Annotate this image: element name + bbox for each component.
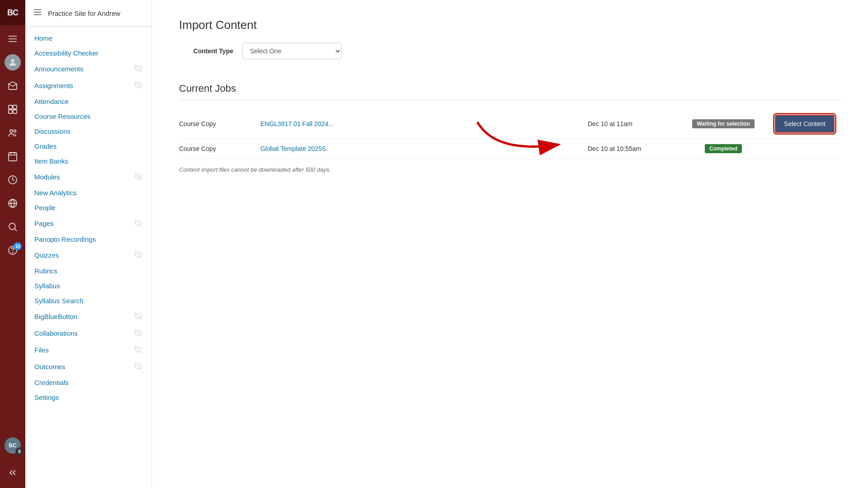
nav-announcements[interactable]: Announcements xyxy=(25,61,151,77)
visibility-icon-outcomes xyxy=(134,362,142,371)
visibility-icon-assignments xyxy=(134,81,142,90)
visibility-icon-modules xyxy=(134,172,142,182)
select-content-button[interactable]: Select Content xyxy=(775,115,835,133)
svg-point-17 xyxy=(9,223,15,230)
svg-rect-10 xyxy=(9,153,17,161)
visibility-icon-pages xyxy=(134,219,142,228)
main-content: Import Content Content Type Select One C… xyxy=(152,0,868,488)
table-row: Course Copy Global Template 2025S Dec 10… xyxy=(179,139,841,159)
sidebar-course-title: Practice Site for Andrew xyxy=(48,9,120,17)
collapse-rail-button[interactable] xyxy=(0,461,25,484)
nav-pages[interactable]: Pages xyxy=(25,215,151,232)
user-badge: 8 xyxy=(15,447,24,455)
history-button[interactable] xyxy=(0,168,25,192)
app-logo: BC xyxy=(0,0,25,25)
nav-new-analytics[interactable]: New Analytics xyxy=(25,185,151,200)
status-badge-completed: Completed xyxy=(705,144,742,153)
sidebar-nav: Home Accessibility Checker Announcements… xyxy=(25,27,151,488)
sidebar: Practice Site for Andrew Home Accessibil… xyxy=(25,0,152,488)
visibility-icon-collab xyxy=(134,328,142,338)
hamburger-menu-button[interactable] xyxy=(0,27,25,51)
job-status-1: Waiting for selection xyxy=(687,119,760,128)
content-type-form-row: Content Type Select One Common Cartridge… xyxy=(179,43,841,59)
current-jobs-title: Current Jobs xyxy=(179,83,841,94)
nav-outcomes[interactable]: Outcomes xyxy=(25,358,151,375)
page-title: Import Content xyxy=(179,18,841,32)
nav-grades[interactable]: Grades xyxy=(25,139,151,154)
user-profile-button[interactable] xyxy=(0,51,25,74)
job-type-2: Course Copy xyxy=(179,145,251,152)
avatar xyxy=(5,54,21,70)
svg-point-20 xyxy=(13,253,13,253)
nav-home[interactable]: Home xyxy=(25,31,151,46)
content-type-select[interactable]: Select One Common Cartridge 1.0/1.1/1.2 … xyxy=(242,43,342,59)
icon-rail: BC 10 BC 8 xyxy=(0,0,25,488)
nav-course-resources[interactable]: Course Resources xyxy=(25,109,151,124)
commons-button[interactable] xyxy=(0,192,25,215)
job-link-2[interactable]: Global Template 2025S xyxy=(260,145,579,152)
section-divider xyxy=(179,100,841,100)
user-avatar-button[interactable]: BC 8 xyxy=(0,434,25,457)
jobs-table: Course Copy ENGL3817.01 Fall 2024... Dec… xyxy=(179,109,841,159)
svg-point-8 xyxy=(10,130,13,132)
sidebar-menu-icon[interactable] xyxy=(33,7,42,19)
nav-bigbluebutton[interactable]: BigBlueButton xyxy=(25,308,151,325)
job-link-1[interactable]: ENGL3817.01 Fall 2024... xyxy=(260,120,579,127)
job-date-1: Dec 10 at 11am xyxy=(588,120,678,127)
nav-syllabus[interactable]: Syllabus xyxy=(25,278,151,293)
search-button[interactable] xyxy=(0,215,25,239)
job-action-1: Select Content xyxy=(769,115,841,133)
table-row: Course Copy ENGL3817.01 Fall 2024... Dec… xyxy=(179,109,841,139)
svg-point-3 xyxy=(11,59,14,62)
svg-rect-4 xyxy=(9,105,12,109)
nav-attendance[interactable]: Attendance xyxy=(25,94,151,109)
nav-settings[interactable]: Settings xyxy=(25,390,151,405)
nav-rubrics[interactable]: Rubrics xyxy=(25,263,151,278)
visibility-icon-bbb xyxy=(134,312,142,321)
content-type-label: Content Type xyxy=(179,47,233,55)
svg-rect-6 xyxy=(9,110,12,113)
courses-button[interactable] xyxy=(0,98,25,121)
nav-people[interactable]: People xyxy=(25,200,151,215)
svg-rect-7 xyxy=(13,110,17,113)
help-button[interactable]: 10 xyxy=(0,239,25,262)
nav-discussions[interactable]: Discussions xyxy=(25,124,151,139)
nav-collaborations[interactable]: Collaborations xyxy=(25,325,151,342)
footnote-text: Content import files cannot be downloade… xyxy=(179,166,841,173)
svg-line-18 xyxy=(15,229,17,231)
nav-panopto[interactable]: Panopto Recordings xyxy=(25,232,151,247)
visibility-icon xyxy=(134,64,142,74)
sidebar-header: Practice Site for Andrew xyxy=(25,0,151,27)
job-date-2: Dec 10 at 10:55am xyxy=(588,145,678,152)
main-wrapper: Import Content Content Type Select One C… xyxy=(152,0,868,488)
nav-files[interactable]: Files xyxy=(25,342,151,358)
current-jobs-section: Current Jobs Course Copy ENGL3817.01 Fal… xyxy=(179,83,841,173)
nav-quizzes[interactable]: Quizzes xyxy=(25,247,151,263)
nav-assignments[interactable]: Assignments xyxy=(25,77,151,94)
svg-point-9 xyxy=(14,130,16,132)
status-badge-waiting: Waiting for selection xyxy=(692,119,755,128)
visibility-icon-files xyxy=(134,345,142,355)
nav-modules[interactable]: Modules xyxy=(25,169,151,185)
help-badge: 10 xyxy=(14,242,22,250)
svg-rect-5 xyxy=(13,105,17,109)
job-status-2: Completed xyxy=(687,144,760,153)
nav-item-banks[interactable]: Item Banks xyxy=(25,154,151,169)
nav-syllabus-search[interactable]: Syllabus Search xyxy=(25,293,151,308)
nav-credentials[interactable]: Credentials xyxy=(25,375,151,390)
calendar-button[interactable] xyxy=(0,145,25,168)
nav-accessibility[interactable]: Accessibility Checker xyxy=(25,46,151,61)
visibility-icon-quizzes xyxy=(134,250,142,260)
job-type-1: Course Copy xyxy=(179,120,251,127)
inbox-button[interactable] xyxy=(0,74,25,98)
groups-button[interactable] xyxy=(0,121,25,145)
